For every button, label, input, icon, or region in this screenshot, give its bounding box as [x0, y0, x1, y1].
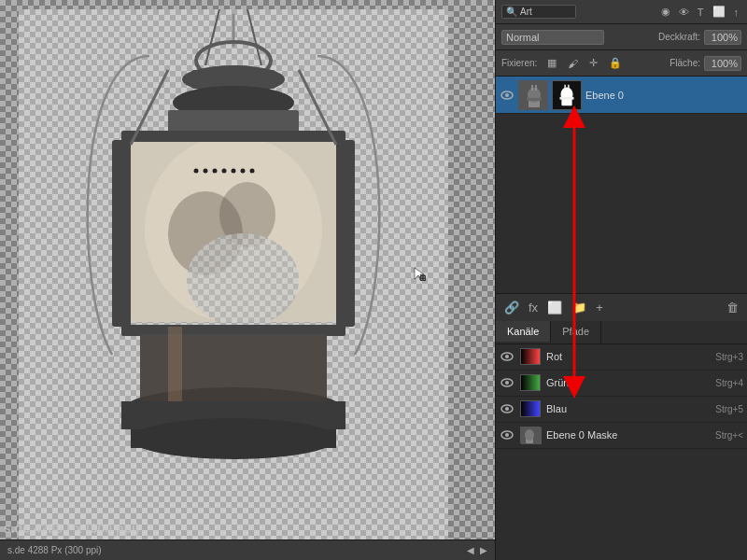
svg-point-26: [213, 169, 218, 174]
channel-name-rot: Rot: [546, 351, 710, 362]
new-layer-btn[interactable]: +: [593, 300, 606, 315]
opacity-input[interactable]: [704, 30, 741, 45]
opacity-label: Deckkraft:: [658, 32, 700, 42]
lock-icons: ▦ 🖌 ✛ 🔒: [544, 56, 625, 70]
svg-rect-37: [112, 140, 131, 327]
channel-row-rot[interactable]: Rot Strg+3: [496, 344, 747, 371]
fill-group: Fläche:: [669, 56, 741, 71]
opacity-group: Deckkraft:: [658, 30, 741, 45]
eye-icon-btn[interactable]: 👁: [676, 5, 692, 19]
channel-shortcut-gruen: Strg+4: [715, 378, 743, 388]
layer-toolbar: 🔗 fx ⬜ 📁 + 🗑: [496, 293, 747, 321]
svg-rect-51: [527, 98, 542, 101]
status-bar: s.de 4288 Px (300 ppi) ◀ ▶: [0, 539, 495, 560]
search-box[interactable]: 🔍: [501, 5, 576, 19]
fx-btn[interactable]: fx: [526, 300, 541, 315]
svg-point-25: [204, 169, 208, 174]
new-mask-btn[interactable]: ⬜: [544, 300, 565, 315]
svg-rect-38: [336, 140, 355, 327]
lock-all-btn[interactable]: 🔒: [606, 56, 625, 70]
circle-btn[interactable]: ◉: [658, 5, 673, 19]
channel-row-blau[interactable]: Blau Strg+5: [496, 397, 747, 423]
delete-layer-btn[interactable]: 🗑: [724, 300, 741, 315]
channel-row-gruen[interactable]: Grün Strg+4: [496, 371, 747, 397]
svg-point-65: [505, 407, 509, 411]
eye-toggle-gruen[interactable]: [500, 375, 514, 390]
svg-rect-36: [131, 429, 336, 448]
play-btn[interactable]: ▶: [480, 545, 487, 555]
channel-thumb-gruen: [520, 374, 541, 391]
right-panel: 🔍 ◉ 👁 T ⬜ ↑ Normal Multiplizieren Überla…: [495, 0, 747, 560]
layer-row-0[interactable]: Ebene 0: [496, 77, 747, 114]
text-btn[interactable]: T: [695, 5, 707, 19]
svg-rect-42: [168, 327, 182, 401]
svg-rect-23: [121, 131, 345, 142]
status-text: s.de 4288 Px (300 ppi): [7, 545, 102, 555]
channel-row-mask[interactable]: Ebene 0 Maske Strg+<: [496, 423, 747, 449]
channel-name-gruen: Grün: [546, 377, 710, 388]
transform-btn[interactable]: ⬜: [710, 5, 728, 19]
channel-thumb-blau: [520, 400, 541, 417]
layer-name-0: Ebene 0: [585, 90, 743, 101]
svg-point-61: [505, 355, 509, 358]
lantern-image: [19, 9, 448, 532]
blend-bar: Normal Multiplizieren Überlagern Deckkra…: [496, 24, 747, 50]
channel-name-mask: Ebene 0 Maske: [546, 429, 710, 441]
prev-frame-btn[interactable]: ◀: [467, 545, 474, 555]
layers-list: Ebene 0: [496, 77, 747, 293]
eye-toggle-0[interactable]: [500, 88, 514, 103]
canvas-area: s.de 4288 Px (300 ppi) s.de 4288 Px (300…: [0, 0, 495, 560]
channel-shortcut-blau: Strg+5: [715, 404, 743, 414]
export-btn[interactable]: ↑: [731, 5, 742, 19]
channels-list: Rot Strg+3 Grün Strg+4 Blau Strg+5: [496, 344, 747, 561]
watermark: s.de 4288 Px (300 ppi): [4, 521, 140, 536]
lock-bar: Fixieren: ▦ 🖌 ✛ 🔒 Fläche:: [496, 50, 747, 77]
new-group-btn[interactable]: 📁: [569, 300, 589, 315]
blend-wrapper: Normal Multiplizieren Überlagern: [501, 30, 604, 45]
tab-pfade[interactable]: Pfade: [551, 321, 601, 343]
link-btn[interactable]: 🔗: [501, 300, 522, 315]
svg-point-29: [241, 169, 246, 174]
eye-toggle-rot[interactable]: [500, 349, 514, 364]
eye-toggle-blau[interactable]: [500, 401, 514, 416]
fixieren-label: Fixieren:: [501, 58, 537, 68]
search-input[interactable]: [520, 7, 567, 17]
svg-point-47: [505, 93, 509, 97]
blend-mode-select[interactable]: Normal Multiplizieren Überlagern: [501, 30, 604, 45]
svg-point-28: [232, 169, 236, 174]
svg-point-67: [505, 433, 509, 437]
svg-point-27: [222, 169, 227, 174]
lock-px-btn[interactable]: ▦: [544, 56, 559, 70]
svg-point-63: [505, 381, 509, 385]
fill-label: Fläche:: [669, 58, 700, 68]
layer-thumb-color-0: [518, 80, 548, 110]
top-bar: 🔍 ◉ 👁 T ⬜ ↑: [496, 0, 747, 24]
svg-rect-57: [560, 96, 574, 99]
top-bar-buttons: ◉ 👁 T ⬜ ↑: [658, 5, 741, 19]
fill-input[interactable]: [704, 56, 741, 71]
channel-thumb-rot: [520, 348, 541, 365]
channel-shortcut-mask: Strg+<: [715, 430, 743, 441]
search-icon: 🔍: [506, 7, 517, 17]
svg-point-30: [250, 169, 255, 174]
app-container: s.de 4288 Px (300 ppi) s.de 4288 Px (300…: [0, 0, 747, 560]
lock-paint-btn[interactable]: 🖌: [565, 56, 581, 70]
lock-move-btn[interactable]: ✛: [586, 56, 600, 70]
svg-point-24: [194, 169, 199, 174]
tab-kanaele[interactable]: Kanäle: [496, 321, 551, 343]
layer-thumb-mask-0: [552, 80, 582, 110]
channel-thumb-mask: [520, 427, 541, 443]
channel-name-blau: Blau: [546, 403, 710, 414]
svg-point-70: [525, 429, 534, 441]
channel-shortcut-rot: Strg+3: [715, 352, 743, 362]
eye-toggle-mask[interactable]: [500, 427, 514, 442]
svg-point-22: [187, 233, 299, 327]
tabs-bar: Kanäle Pfade: [496, 321, 747, 344]
